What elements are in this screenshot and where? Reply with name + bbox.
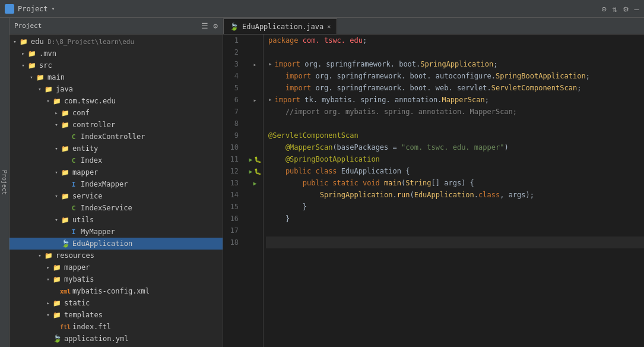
- debug-icon-12[interactable]: 🐛: [254, 168, 261, 175]
- collapse-icon[interactable]: ☰: [201, 21, 208, 30]
- sort-icon[interactable]: ⇅: [613, 4, 617, 14]
- tree-item-entity[interactable]: 📁 entity: [9, 143, 223, 154]
- tree-label-mybatis: mybatis: [64, 275, 94, 283]
- tree-item-index-ftl[interactable]: ftl index.ftl: [9, 321, 223, 333]
- tree-arrow-java: [36, 86, 44, 92]
- tree-item-mymapper[interactable]: I MyMapper: [9, 226, 223, 238]
- tree-item-conf[interactable]: 📁 conf: [9, 107, 223, 119]
- tree-item-mvn[interactable]: 📁 .mvn: [9, 48, 223, 59]
- interface-icon-mymapper: I: [69, 227, 78, 236]
- settings-icon[interactable]: ⚙: [623, 4, 628, 14]
- tree-label-java: java: [56, 85, 73, 93]
- gear-icon[interactable]: ⚙: [213, 21, 218, 30]
- title-bar-dropdown-arrow[interactable]: ▾: [52, 5, 55, 12]
- tree-item-indexmapper[interactable]: I IndexMapper: [9, 178, 223, 190]
- code-content[interactable]: package com. tswc. edu ; ▸ import org. s…: [264, 34, 644, 347]
- tree-arrow-com: [44, 98, 52, 104]
- tree-item-application-yml[interactable]: 🍃 application.yml: [9, 333, 223, 345]
- tree-item-resources[interactable]: 📁 resources: [9, 250, 223, 261]
- tree-arrow-conf: [52, 110, 61, 116]
- keyword-class: class: [478, 189, 500, 201]
- tree-item-mapper-res[interactable]: 📁 mapper: [9, 261, 223, 273]
- keyword-package: package: [268, 34, 299, 46]
- line-num-8: 8: [223, 118, 242, 130]
- tree-label-mapper: mapper: [72, 168, 98, 176]
- tree-item-eduapplication[interactable]: 🍃 EduApplication: [9, 238, 223, 250]
- tree-label-service: service: [72, 192, 103, 200]
- folder-icon-com: 📁: [52, 96, 62, 106]
- tree-label-eduapplication: EduApplication: [72, 239, 132, 248]
- tree-item-index-entity[interactable]: C Index: [9, 154, 223, 166]
- folder-icon-templates: 📁: [52, 310, 62, 320]
- tree-label-mybatis-config: mybatis-config.xml: [72, 287, 150, 295]
- import-path-6: tk. mybatis. spring. annotation.: [304, 94, 442, 106]
- tree-label-src: src: [39, 61, 52, 70]
- tree-item-edu[interactable]: 📁 edu D:\8_Project\learn\edu: [9, 36, 223, 48]
- folder-icon-static: 📁: [52, 298, 62, 308]
- tree-arrow-utils: [52, 217, 61, 223]
- minimize-icon[interactable]: —: [635, 4, 639, 14]
- tree-label-entity: entity: [72, 144, 98, 153]
- tree-item-indexservice[interactable]: C IndexService: [9, 202, 223, 214]
- class-icon-index: C: [69, 156, 78, 165]
- fold-3[interactable]: ▸: [268, 58, 272, 70]
- folder-icon-service: 📁: [61, 191, 70, 201]
- tree-item-templates[interactable]: 📁 templates: [9, 309, 223, 321]
- locate-icon[interactable]: ⊙: [601, 4, 606, 14]
- tree-item-main[interactable]: 📁 main: [9, 71, 223, 83]
- folder-icon-utils: 📁: [61, 215, 70, 225]
- gutter-12: ▶ 🐛: [247, 165, 263, 177]
- code-line-5: import org. springframework. boot. web. …: [266, 82, 644, 94]
- comment-7: //import org. mybatis. spring. annotatio…: [268, 106, 517, 118]
- code-line-17: [266, 225, 644, 236]
- code-line-3: ▸ import org. springframework. boot.Spri…: [266, 58, 644, 70]
- run-icon-11[interactable]: ▶: [249, 156, 252, 163]
- run-icon-12[interactable]: ▶: [249, 168, 252, 175]
- tree-arrow-edu: [11, 39, 19, 45]
- line-num-1: 1: [223, 34, 242, 46]
- tree-item-src[interactable]: 📁 src: [9, 59, 223, 71]
- tree-arrow-static: [44, 300, 52, 306]
- tree-label-application-yml: application.yml: [64, 335, 128, 343]
- main-area: Project Project ☰ ⚙ 📁 edu D:\8_Project\l…: [0, 18, 644, 347]
- ftl-icon-index: ftl: [61, 322, 70, 332]
- tree-path-edu: D:\8_Project\learn\edu: [44, 38, 134, 46]
- line-num-15: 15: [223, 201, 242, 213]
- tree-item-static[interactable]: 📁 static: [9, 297, 223, 309]
- tree-item-controller[interactable]: 📁 controller: [9, 119, 223, 131]
- keyword-import-6: import: [275, 94, 300, 106]
- line-num-5: 5: [223, 82, 242, 94]
- import-class-5: ServletComponentScan: [491, 82, 578, 94]
- tree-item-utils[interactable]: 📁 utils: [9, 214, 223, 226]
- tree-label-main: main: [47, 73, 65, 81]
- tree-item-com[interactable]: 📁 com.tswc.edu: [9, 95, 223, 107]
- tree-item-mybatis-config[interactable]: xml mybatis-config.xml: [9, 285, 223, 297]
- fold-6[interactable]: ▸: [268, 94, 272, 106]
- code-line-10: @MapperScan ( basePackages = "com. tswc.…: [266, 141, 644, 153]
- tree-arrow-main: [27, 74, 36, 80]
- tree-item-mybatis[interactable]: 📁 mybatis: [9, 273, 223, 285]
- import-path-4: org. springframework. boot. autoconfigur…: [315, 70, 495, 82]
- tree-arrow-mapper: [52, 169, 61, 175]
- tree-label-index: Index: [81, 156, 102, 165]
- code-line-13: public static void main ( String [] args…: [266, 177, 644, 189]
- code-gutter: ▸ ▸ ▶ 🐛 ▶ 🐛 ▶: [247, 34, 264, 347]
- tree-label-controller: controller: [72, 121, 115, 129]
- code-line-2: [266, 46, 644, 58]
- code-line-11: @SpringBootApplication: [266, 153, 644, 165]
- tree-item-service[interactable]: 📁 service: [9, 190, 223, 202]
- project-icon: [5, 4, 14, 14]
- left-vertical-tab[interactable]: Project: [0, 18, 9, 347]
- line-num-3: 3: [223, 58, 242, 70]
- class-name-12: EduApplication: [341, 165, 401, 177]
- tree-item-java[interactable]: 📁 java: [9, 83, 223, 95]
- import-class-3: SpringApplication: [420, 58, 493, 70]
- line-num-14: 14: [223, 189, 242, 201]
- debug-icon-11[interactable]: 🐛: [254, 156, 261, 163]
- gutter-1: [247, 34, 263, 46]
- tree-item-mapper[interactable]: 📁 mapper: [9, 166, 223, 178]
- editor-tab-eduapplication[interactable]: 🍃 EduApplication.java ✕: [223, 18, 337, 34]
- tab-close-button[interactable]: ✕: [327, 23, 331, 30]
- tree-item-indexcontroller[interactable]: C IndexController: [9, 131, 223, 143]
- folder-icon-main: 📁: [36, 72, 45, 82]
